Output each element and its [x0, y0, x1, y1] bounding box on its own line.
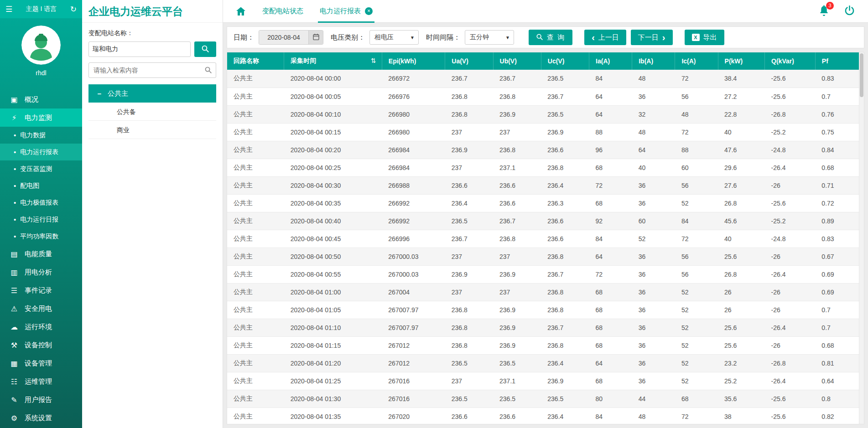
sidebar-item-label: 电力监测: [25, 113, 52, 122]
table-cell: 236.7: [541, 319, 589, 336]
next-day-button[interactable]: 下一日 ›: [631, 30, 673, 45]
user-section: rhdl: [0, 18, 82, 79]
table-row[interactable]: 公共主2020-08-04 00:20266984236.9236.8236.6…: [227, 141, 859, 159]
query-button[interactable]: 查 询: [529, 30, 572, 45]
sidebar-item[interactable]: ⚡电力监测: [0, 108, 82, 127]
table-cell: 36: [632, 319, 675, 336]
table-row[interactable]: 公共主2020-08-04 00:25266984237237.1236.868…: [227, 159, 859, 176]
column-header: 回路名称: [227, 52, 284, 70]
table-row[interactable]: 公共主2020-08-04 01:15267012236.8236.9236.8…: [227, 336, 859, 354]
table-cell: 267007.97: [382, 319, 445, 336]
table-row[interactable]: 公共主2020-08-04 00:15266980237237236.98848…: [227, 123, 859, 141]
table-row[interactable]: 公共主2020-08-04 01:20267012236.5236.5236.4…: [227, 354, 859, 372]
sidebar-subitem[interactable]: •电力数据: [0, 127, 82, 144]
table-cell: 0.67: [815, 248, 859, 265]
sort-icon[interactable]: ⇅: [371, 57, 376, 64]
sidebar-item[interactable]: ✎用户报告: [0, 391, 82, 409]
table-row[interactable]: 公共主2020-08-04 01:05267007.97236.8236.923…: [227, 301, 859, 319]
voltage-type-select[interactable]: 相电压 ▼: [369, 30, 419, 45]
table-cell: 2020-08-04 01:10: [284, 319, 382, 336]
table-cell: 236.6: [493, 407, 541, 424]
sidebar-item[interactable]: ☰事件记录: [0, 281, 82, 299]
home-icon[interactable]: [235, 6, 247, 17]
column-header[interactable]: 采集时间⇅: [284, 52, 382, 70]
table-cell: 2020-08-04 00:20: [284, 141, 382, 159]
sidebar-item[interactable]: ▤电能质量: [0, 245, 82, 263]
table-row[interactable]: 公共主2020-08-04 00:35266992236.4236.6236.3…: [227, 194, 859, 212]
scrollbar-thumb[interactable]: [860, 53, 863, 97]
sidebar-item[interactable]: ⚠安全用电: [0, 299, 82, 318]
table-scrollbar[interactable]: [859, 52, 864, 424]
tab-substation-status[interactable]: 变配电站状态: [262, 0, 303, 23]
table-cell: 56: [675, 88, 718, 105]
table-row[interactable]: 公共主2020-08-04 00:45266996236.7236.8236.6…: [227, 230, 859, 248]
close-icon[interactable]: ×: [365, 7, 373, 15]
tree-filter-input[interactable]: [88, 62, 216, 78]
sidebar-item[interactable]: ▥用电分析: [0, 263, 82, 281]
overview-icon: ▣: [9, 95, 19, 104]
interval-select[interactable]: 五分钟 ▼: [465, 30, 514, 45]
header-actions: 3: [818, 5, 868, 18]
table-cell: 68: [589, 283, 632, 301]
sidebar-subitem[interactable]: •平均功率因数: [0, 228, 82, 245]
hamburger-menu-icon[interactable]: ☰: [5, 5, 12, 14]
table-cell: 236.6: [493, 194, 541, 212]
safety-icon: ⚠: [9, 304, 19, 313]
sidebar-subitem[interactable]: •配电图: [0, 177, 82, 194]
table-cell: 52: [675, 354, 718, 372]
table-cell: 236.5: [541, 390, 589, 407]
table-cell: 236.6: [541, 212, 589, 230]
table-row[interactable]: 公共主2020-08-04 01:35267020236.6236.6236.4…: [227, 407, 859, 424]
sidebar-item[interactable]: ▦设备管理: [0, 354, 82, 372]
calendar-button[interactable]: [308, 31, 323, 44]
table-cell: 40: [718, 123, 764, 141]
table-row[interactable]: 公共主2020-08-04 00:05266976236.8236.8236.7…: [227, 88, 859, 105]
collapse-icon[interactable]: −: [96, 90, 103, 98]
theme-language-label[interactable]: 主题 I 语言: [26, 5, 57, 13]
table-cell: 236.4: [445, 194, 493, 212]
table-cell: 公共主: [227, 336, 284, 354]
sidebar-item[interactable]: ☁运行环境: [0, 318, 82, 336]
sidebar-item[interactable]: ⚙系统设置: [0, 409, 82, 427]
station-name-input[interactable]: [88, 41, 191, 57]
table-row[interactable]: 公共主2020-08-04 00:50267000.03237237236.86…: [227, 248, 859, 265]
tab-power-report[interactable]: 电力运行报表 ×: [320, 0, 373, 23]
table-cell: 266992: [382, 194, 445, 212]
sidebar-subitem[interactable]: •电力运行日报: [0, 211, 82, 228]
table-cell: 0.68: [815, 336, 859, 354]
station-search-button[interactable]: [194, 41, 216, 57]
refresh-icon[interactable]: ↻: [70, 5, 77, 14]
sidebar-subitem[interactable]: •电力运行报表: [0, 144, 82, 160]
sidebar-subitem[interactable]: •变压器监测: [0, 160, 82, 177]
tree-node-child[interactable]: 公共备: [88, 103, 216, 121]
sidebar-subitem[interactable]: •电力极值报表: [0, 194, 82, 211]
date-input[interactable]: [259, 31, 308, 44]
table-row[interactable]: 公共主2020-08-04 00:30266988236.6236.6236.4…: [227, 176, 859, 194]
table-cell: 236.8: [445, 105, 493, 123]
tree-node-child[interactable]: 商业: [88, 121, 216, 139]
power-logout-icon[interactable]: [844, 5, 855, 18]
sidebar-subitem-label: 电力极值报表: [20, 199, 58, 207]
table-cell: 236.5: [445, 212, 493, 230]
tree-node-root[interactable]: − 公共主: [88, 84, 216, 103]
export-button[interactable]: X 导出: [685, 30, 724, 45]
prev-day-button[interactable]: ‹ 上一日: [584, 30, 626, 45]
table-row[interactable]: 公共主2020-08-04 01:10267007.97236.8236.923…: [227, 319, 859, 336]
sidebar-item[interactable]: ▣概况: [0, 90, 82, 108]
sidebar-item[interactable]: ☷运维管理: [0, 372, 82, 391]
table-row[interactable]: 公共主2020-08-04 00:00266972236.7236.7236.5…: [227, 70, 859, 88]
environment-icon: ☁: [9, 323, 19, 331]
table-row[interactable]: 公共主2020-08-04 00:10266980236.8236.9236.5…: [227, 105, 859, 123]
table-cell: -25.2: [765, 123, 816, 141]
table-row[interactable]: 公共主2020-08-04 01:25267016237237.1236.968…: [227, 372, 859, 390]
notification-bell-icon[interactable]: 3: [818, 5, 830, 18]
sidebar-item-label: 设备控制: [25, 341, 52, 350]
table-row[interactable]: 公共主2020-08-04 00:55267000.03236.9236.923…: [227, 265, 859, 283]
table-row[interactable]: 公共主2020-08-04 01:00267004237237236.86836…: [227, 283, 859, 301]
table-cell: 236.7: [541, 265, 589, 283]
sidebar-item[interactable]: ⚒设备控制: [0, 336, 82, 354]
table-cell: -26: [765, 176, 816, 194]
table-row[interactable]: 公共主2020-08-04 01:30267016236.5236.5236.5…: [227, 390, 859, 407]
table-row[interactable]: 公共主2020-08-04 00:40266992236.5236.7236.6…: [227, 212, 859, 230]
table-cell: 52: [675, 283, 718, 301]
